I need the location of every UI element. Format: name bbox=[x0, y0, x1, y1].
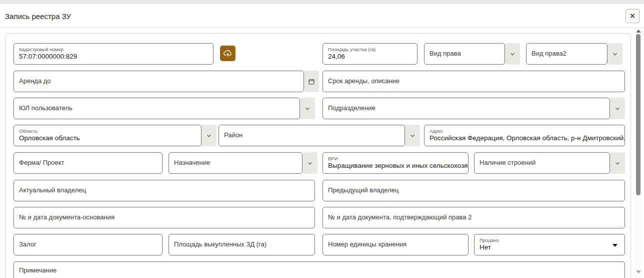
chevron-down-icon bbox=[510, 51, 516, 57]
upload-button[interactable] bbox=[220, 46, 236, 61]
address-field[interactable]: Адрес Российская Федерация, Орловская об… bbox=[424, 125, 625, 146]
right-kind-placeholder: Вид права bbox=[430, 50, 500, 58]
note-field[interactable]: Примечание bbox=[14, 261, 625, 278]
chevron-down-icon bbox=[206, 133, 212, 139]
right-kind-dropdown-toggle[interactable] bbox=[505, 43, 520, 65]
division-dropdown[interactable]: Подразделение bbox=[322, 98, 625, 119]
farm-project-field[interactable]: Ферма/ Проект bbox=[14, 152, 162, 174]
region-dropdown-toggle[interactable] bbox=[202, 125, 216, 146]
chevron-down-icon bbox=[614, 106, 620, 112]
calendar-icon bbox=[308, 78, 315, 85]
cadastral-number-value: 57:07:0000000:829 bbox=[19, 53, 208, 61]
pledge-field[interactable]: Залог bbox=[14, 234, 162, 255]
current-owner-field[interactable]: Актуальный владелец bbox=[14, 180, 315, 201]
sold-select[interactable]: Продано Нет bbox=[474, 234, 625, 255]
previous-owner-field[interactable]: Предыдущий владелец bbox=[322, 180, 625, 201]
dialog-title: Запись реестра ЗУ bbox=[5, 12, 71, 21]
region-label: Область bbox=[19, 128, 196, 134]
buildings-placeholder: Наличие строений bbox=[480, 159, 604, 167]
vri-field[interactable]: ВРИ Выращивание зерновых и иных сельскох… bbox=[322, 152, 468, 174]
scrollbar-down-arrow-icon[interactable] bbox=[636, 270, 641, 273]
division-dropdown-toggle[interactable] bbox=[610, 98, 625, 119]
chevron-down-icon bbox=[304, 106, 310, 112]
storage-unit-field[interactable]: Номер единицы хранения bbox=[322, 234, 468, 255]
vertical-scrollbar[interactable] bbox=[634, 28, 642, 278]
lease-until-field[interactable]: Аренда до bbox=[14, 71, 319, 92]
plot-area-value: 24,06 bbox=[328, 53, 412, 61]
purpose-placeholder: Назначение bbox=[174, 159, 297, 167]
document-basis-placeholder: № и дата документа-основания bbox=[19, 213, 310, 221]
cadastral-number-label: Кадастровый номер bbox=[19, 47, 208, 53]
scrollbar-thumb[interactable] bbox=[636, 34, 640, 195]
legal-user-dropdown-toggle[interactable] bbox=[300, 98, 315, 119]
right-kind-dropdown[interactable]: Вид права bbox=[424, 43, 520, 65]
previous-owner-placeholder: Предыдущий владелец bbox=[328, 186, 620, 194]
purpose-dropdown[interactable]: Назначение bbox=[168, 152, 318, 174]
plot-area-label: Площадь участка (га) bbox=[328, 47, 412, 53]
document-rights2-field[interactable]: № и дата документа, подтверждающий права… bbox=[322, 207, 625, 228]
right-kind2-placeholder: Вид права2 bbox=[532, 50, 602, 58]
buildings-dropdown-toggle[interactable] bbox=[610, 152, 625, 174]
purpose-dropdown-toggle[interactable] bbox=[302, 152, 318, 174]
close-icon: ✕ bbox=[630, 12, 636, 21]
lease-term-field[interactable]: Срок аренды, описание bbox=[322, 71, 625, 92]
address-value: Российская Федерация, Орловская область,… bbox=[430, 134, 620, 143]
sold-label: Продано bbox=[480, 237, 620, 243]
buildings-dropdown[interactable]: Наличие строений bbox=[474, 152, 625, 174]
legal-user-placeholder: ЮЛ пользователь bbox=[19, 104, 294, 112]
note-placeholder: Примечание bbox=[19, 266, 620, 274]
lease-until-datepicker-button[interactable] bbox=[304, 71, 319, 92]
chevron-down-icon bbox=[307, 160, 313, 166]
purchased-area-field[interactable]: Площадь выкупленных ЗД (га) bbox=[168, 234, 315, 255]
region-dropdown[interactable]: Область Орловская область bbox=[14, 125, 216, 146]
purchased-area-placeholder: Площадь выкупленных ЗД (га) bbox=[174, 240, 310, 248]
scrollbar-up-arrow-icon[interactable] bbox=[636, 30, 641, 33]
lease-term-placeholder: Срок аренды, описание bbox=[328, 77, 620, 85]
current-owner-placeholder: Актуальный владелец bbox=[19, 186, 310, 194]
district-placeholder: Район bbox=[224, 131, 400, 139]
right-kind2-dropdown[interactable]: Вид права2 bbox=[526, 43, 622, 65]
lease-until-placeholder: Аренда до bbox=[19, 77, 298, 85]
chevron-down-icon bbox=[612, 51, 618, 57]
cloud-upload-icon bbox=[223, 49, 232, 58]
chevron-down-icon bbox=[410, 133, 416, 139]
storage-unit-placeholder: Номер единицы хранения bbox=[328, 240, 463, 248]
close-button[interactable]: ✕ bbox=[626, 9, 640, 23]
legal-user-dropdown[interactable]: ЮЛ пользователь bbox=[14, 98, 315, 119]
header-divider bbox=[0, 28, 644, 28]
document-basis-field[interactable]: № и дата документа-основания bbox=[14, 207, 315, 228]
background-page-strip bbox=[0, 0, 644, 4]
division-placeholder: Подразделение bbox=[328, 104, 604, 112]
right-kind2-dropdown-toggle[interactable] bbox=[608, 43, 622, 65]
caret-down-icon bbox=[612, 244, 618, 247]
pledge-placeholder: Залог bbox=[19, 240, 157, 248]
vri-value: Выращивание зерновых и иных сельскохозяй… bbox=[328, 162, 463, 170]
vri-label: ВРИ bbox=[328, 156, 463, 162]
district-dropdown-toggle[interactable] bbox=[405, 125, 420, 146]
district-dropdown[interactable]: Район bbox=[218, 125, 420, 146]
sold-value: Нет bbox=[480, 243, 620, 252]
plot-area-field[interactable]: Площадь участка (га) 24,06 bbox=[322, 43, 418, 65]
chevron-down-icon bbox=[614, 160, 620, 166]
region-value: Орловская область bbox=[19, 134, 196, 143]
address-label: Адрес bbox=[430, 128, 620, 134]
farm-project-placeholder: Ферма/ Проект bbox=[19, 159, 157, 167]
cadastral-number-field[interactable]: Кадастровый номер 57:07:0000000:829 bbox=[14, 43, 214, 65]
document-rights2-placeholder: № и дата документа, подтверждающий права… bbox=[328, 213, 620, 221]
